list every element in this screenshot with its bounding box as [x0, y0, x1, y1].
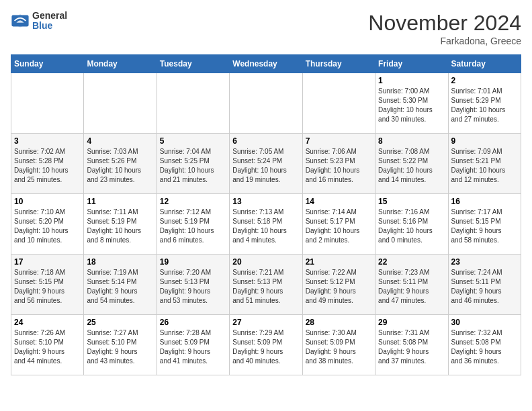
- day-info: Sunrise: 7:16 AM Sunset: 5:16 PM Dayligh…: [378, 208, 445, 245]
- day-number: 3: [14, 136, 81, 146]
- day-number: 17: [14, 257, 81, 267]
- day-info: Sunrise: 7:02 AM Sunset: 5:28 PM Dayligh…: [14, 147, 81, 185]
- calendar-cell: 19Sunrise: 7:20 AM Sunset: 5:13 PM Dayli…: [157, 255, 229, 315]
- day-info: Sunrise: 7:18 AM Sunset: 5:15 PM Dayligh…: [14, 268, 81, 306]
- calendar-table: SundayMondayTuesdayWednesdayThursdayFrid…: [11, 54, 521, 375]
- calendar-week-row: 1Sunrise: 7:00 AM Sunset: 5:30 PM Daylig…: [11, 73, 521, 134]
- calendar-cell: 27Sunrise: 7:29 AM Sunset: 5:09 PM Dayli…: [230, 315, 302, 375]
- day-of-week-header: Monday: [84, 55, 157, 73]
- day-number: 2: [451, 76, 518, 85]
- day-number: 26: [160, 318, 226, 327]
- day-number: 1: [378, 76, 445, 85]
- day-number: 9: [451, 136, 518, 146]
- day-of-week-header: Sunday: [11, 55, 84, 73]
- calendar-cell: 5Sunrise: 7:04 AM Sunset: 5:25 PM Daylig…: [157, 134, 229, 194]
- calendar-cell: 4Sunrise: 7:03 AM Sunset: 5:26 PM Daylig…: [84, 134, 157, 194]
- day-number: 22: [378, 257, 445, 267]
- day-info: Sunrise: 7:04 AM Sunset: 5:25 PM Dayligh…: [160, 147, 226, 185]
- day-number: 14: [306, 197, 372, 206]
- calendar-cell: 6Sunrise: 7:05 AM Sunset: 5:24 PM Daylig…: [230, 134, 302, 194]
- day-of-week-header: Wednesday: [230, 55, 302, 73]
- day-number: 8: [378, 136, 445, 146]
- calendar-cell: 1Sunrise: 7:00 AM Sunset: 5:30 PM Daylig…: [375, 73, 448, 134]
- day-number: 27: [232, 318, 299, 327]
- calendar-cell: 23Sunrise: 7:24 AM Sunset: 5:11 PM Dayli…: [448, 255, 521, 315]
- day-info: Sunrise: 7:21 AM Sunset: 5:13 PM Dayligh…: [232, 268, 299, 306]
- day-number: 10: [14, 197, 81, 206]
- calendar-cell: 24Sunrise: 7:26 AM Sunset: 5:10 PM Dayli…: [11, 315, 84, 375]
- day-of-week-header: Tuesday: [157, 55, 229, 73]
- day-info: Sunrise: 7:06 AM Sunset: 5:23 PM Dayligh…: [306, 147, 372, 185]
- day-info: Sunrise: 7:05 AM Sunset: 5:24 PM Dayligh…: [232, 147, 299, 185]
- calendar-cell: 29Sunrise: 7:31 AM Sunset: 5:08 PM Dayli…: [375, 315, 448, 375]
- day-number: 12: [160, 197, 226, 206]
- day-info: Sunrise: 7:30 AM Sunset: 5:09 PM Dayligh…: [306, 328, 372, 366]
- calendar-cell: 16Sunrise: 7:17 AM Sunset: 5:15 PM Dayli…: [448, 194, 521, 255]
- calendar-cell: 9Sunrise: 7:09 AM Sunset: 5:21 PM Daylig…: [448, 134, 521, 194]
- calendar-cell: 20Sunrise: 7:21 AM Sunset: 5:13 PM Dayli…: [230, 255, 302, 315]
- calendar-cell: 30Sunrise: 7:32 AM Sunset: 5:08 PM Dayli…: [448, 315, 521, 375]
- day-number: 5: [160, 136, 226, 146]
- day-of-week-header: Thursday: [302, 55, 375, 73]
- day-info: Sunrise: 7:12 AM Sunset: 5:19 PM Dayligh…: [160, 208, 226, 245]
- day-info: Sunrise: 7:09 AM Sunset: 5:21 PM Dayligh…: [451, 147, 518, 185]
- day-info: Sunrise: 7:19 AM Sunset: 5:14 PM Dayligh…: [87, 268, 153, 306]
- calendar-week-row: 17Sunrise: 7:18 AM Sunset: 5:15 PM Dayli…: [11, 255, 521, 315]
- day-number: 18: [87, 257, 153, 267]
- day-info: Sunrise: 7:00 AM Sunset: 5:30 PM Dayligh…: [378, 87, 445, 124]
- calendar-cell: 18Sunrise: 7:19 AM Sunset: 5:14 PM Dayli…: [84, 255, 157, 315]
- day-number: 7: [306, 136, 372, 146]
- calendar-cell: 26Sunrise: 7:28 AM Sunset: 5:09 PM Dayli…: [157, 315, 229, 375]
- day-info: Sunrise: 7:11 AM Sunset: 5:19 PM Dayligh…: [87, 208, 153, 245]
- day-info: Sunrise: 7:26 AM Sunset: 5:10 PM Dayligh…: [14, 328, 81, 366]
- day-info: Sunrise: 7:22 AM Sunset: 5:12 PM Dayligh…: [306, 268, 372, 306]
- month-title: November 2024: [368, 11, 521, 36]
- logo-blue: Blue: [32, 21, 67, 31]
- logo-general: General: [32, 11, 67, 21]
- calendar-cell: 10Sunrise: 7:10 AM Sunset: 5:20 PM Dayli…: [11, 194, 84, 255]
- calendar-header-row: SundayMondayTuesdayWednesdayThursdayFrid…: [11, 55, 521, 73]
- calendar-cell: 17Sunrise: 7:18 AM Sunset: 5:15 PM Dayli…: [11, 255, 84, 315]
- calendar-cell: 12Sunrise: 7:12 AM Sunset: 5:19 PM Dayli…: [157, 194, 229, 255]
- calendar-cell: 2Sunrise: 7:01 AM Sunset: 5:29 PM Daylig…: [448, 73, 521, 134]
- day-of-week-header: Friday: [375, 55, 448, 73]
- day-number: 24: [14, 318, 81, 327]
- calendar-week-row: 3Sunrise: 7:02 AM Sunset: 5:28 PM Daylig…: [11, 134, 521, 194]
- day-number: 21: [306, 257, 372, 267]
- day-number: 16: [451, 197, 518, 206]
- page-header: General Blue November 2024 Farkadona, Gr…: [11, 11, 521, 46]
- calendar-cell: [230, 73, 302, 134]
- calendar-cell: 21Sunrise: 7:22 AM Sunset: 5:12 PM Dayli…: [302, 255, 375, 315]
- calendar-cell: 22Sunrise: 7:23 AM Sunset: 5:11 PM Dayli…: [375, 255, 448, 315]
- day-info: Sunrise: 7:24 AM Sunset: 5:11 PM Dayligh…: [451, 268, 518, 306]
- day-number: 25: [87, 318, 153, 327]
- day-info: Sunrise: 7:23 AM Sunset: 5:11 PM Dayligh…: [378, 268, 445, 306]
- title-area: November 2024 Farkadona, Greece: [368, 11, 521, 46]
- day-number: 19: [160, 257, 226, 267]
- day-number: 30: [451, 318, 518, 327]
- calendar-cell: 14Sunrise: 7:14 AM Sunset: 5:17 PM Dayli…: [302, 194, 375, 255]
- day-of-week-header: Saturday: [448, 55, 521, 73]
- day-info: Sunrise: 7:20 AM Sunset: 5:13 PM Dayligh…: [160, 268, 226, 306]
- day-info: Sunrise: 7:28 AM Sunset: 5:09 PM Dayligh…: [160, 328, 226, 366]
- day-info: Sunrise: 7:17 AM Sunset: 5:15 PM Dayligh…: [451, 208, 518, 245]
- logo: General Blue: [11, 11, 67, 32]
- day-number: 4: [87, 136, 153, 146]
- calendar-cell: 3Sunrise: 7:02 AM Sunset: 5:28 PM Daylig…: [11, 134, 84, 194]
- day-number: 29: [378, 318, 445, 327]
- day-number: 28: [306, 318, 372, 327]
- day-info: Sunrise: 7:10 AM Sunset: 5:20 PM Dayligh…: [14, 208, 81, 245]
- calendar-cell: 11Sunrise: 7:11 AM Sunset: 5:19 PM Dayli…: [84, 194, 157, 255]
- calendar-cell: 13Sunrise: 7:13 AM Sunset: 5:18 PM Dayli…: [230, 194, 302, 255]
- calendar-cell: [84, 73, 157, 134]
- day-number: 13: [232, 197, 299, 206]
- day-number: 11: [87, 197, 153, 206]
- logo-text: General Blue: [32, 11, 67, 32]
- logo-icon: [11, 11, 30, 30]
- calendar-cell: 28Sunrise: 7:30 AM Sunset: 5:09 PM Dayli…: [302, 315, 375, 375]
- day-info: Sunrise: 7:13 AM Sunset: 5:18 PM Dayligh…: [232, 208, 299, 245]
- calendar-week-row: 24Sunrise: 7:26 AM Sunset: 5:10 PM Dayli…: [11, 315, 521, 375]
- day-info: Sunrise: 7:14 AM Sunset: 5:17 PM Dayligh…: [306, 208, 372, 245]
- calendar-cell: 8Sunrise: 7:08 AM Sunset: 5:22 PM Daylig…: [375, 134, 448, 194]
- day-number: 15: [378, 197, 445, 206]
